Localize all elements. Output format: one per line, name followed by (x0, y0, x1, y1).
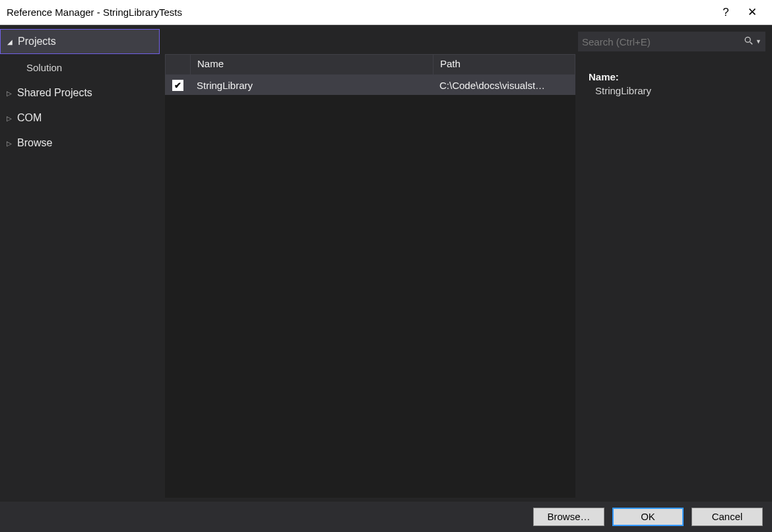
column-check[interactable] (166, 55, 191, 74)
sidebar-item-com[interactable]: ▷ COM (0, 105, 160, 131)
sidebar: ◢ Projects Solution ▷ Shared Projects ▷ … (0, 25, 160, 502)
bottom-bar: Browse… OK Cancel (0, 502, 772, 532)
search-icon[interactable] (742, 36, 754, 47)
search-box[interactable]: ▼ (578, 32, 765, 51)
center-panel: Name Path ✔ StringLibrary C:\Code\docs\v… (160, 25, 581, 502)
chevron-right-icon: ▷ (7, 115, 17, 122)
ok-button[interactable]: OK (612, 508, 684, 526)
chevron-down-icon: ◢ (7, 38, 18, 45)
sidebar-item-label: Solution (26, 62, 62, 73)
svg-point-0 (745, 37, 750, 42)
sidebar-item-browse[interactable]: ▷ Browse (0, 131, 160, 156)
sidebar-item-label: Projects (18, 36, 56, 47)
help-icon[interactable]: ? (713, 6, 739, 19)
sidebar-item-projects[interactable]: ◢ Projects (0, 29, 160, 54)
row-name: StringLibrary (190, 80, 433, 91)
search-input[interactable] (582, 36, 742, 47)
window-title: Reference Manager - StringLibraryTests (7, 7, 713, 18)
chevron-down-icon[interactable]: ▼ (754, 38, 761, 45)
column-path[interactable]: Path (434, 55, 575, 74)
row-check-cell[interactable]: ✔ (165, 80, 190, 91)
sidebar-item-shared-projects[interactable]: ▷ Shared Projects (0, 80, 160, 105)
main-area: ◢ Projects Solution ▷ Shared Projects ▷ … (0, 25, 772, 502)
chevron-right-icon: ▷ (7, 90, 17, 97)
title-bar: Reference Manager - StringLibraryTests ?… (0, 0, 772, 25)
list-area: Name Path ✔ StringLibrary C:\Code\docs\v… (165, 54, 575, 498)
sidebar-item-solution[interactable]: Solution (0, 54, 160, 80)
list-header: Name Path (165, 54, 575, 75)
detail-panel: Name: StringLibrary (581, 25, 772, 502)
close-icon[interactable]: ✕ (739, 5, 765, 19)
cancel-button[interactable]: Cancel (692, 508, 763, 526)
detail-name-label: Name: (589, 71, 764, 82)
browse-button[interactable]: Browse… (533, 508, 604, 526)
detail-name-value: StringLibrary (589, 85, 764, 96)
sidebar-item-label: Shared Projects (17, 87, 92, 99)
svg-line-1 (750, 42, 753, 44)
column-name[interactable]: Name (191, 55, 434, 74)
chevron-right-icon: ▷ (7, 140, 17, 147)
checkbox-icon[interactable]: ✔ (172, 80, 183, 91)
table-row[interactable]: ✔ StringLibrary C:\Code\docs\visualst… (165, 75, 575, 95)
sidebar-item-label: Browse (17, 137, 52, 149)
row-path: C:\Code\docs\visualst… (433, 80, 575, 91)
sidebar-item-label: COM (17, 112, 42, 124)
